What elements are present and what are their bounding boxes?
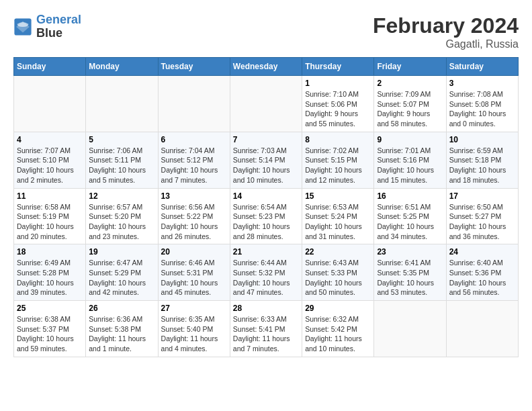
calendar-cell: 27Sunrise: 6:35 AMSunset: 5:40 PMDayligh… [158, 301, 230, 357]
day-number: 10 [449, 135, 515, 144]
day-info: Sunrise: 6:54 AMSunset: 5:23 PMDaylight:… [233, 202, 299, 242]
calendar-week-row: 18Sunrise: 6:49 AMSunset: 5:28 PMDayligh… [14, 244, 519, 301]
logo-icon [13, 17, 32, 36]
day-info: Sunrise: 6:32 AMSunset: 5:42 PMDaylight:… [305, 314, 371, 354]
calendar-cell: 22Sunrise: 6:43 AMSunset: 5:33 PMDayligh… [302, 244, 374, 301]
day-number: 17 [449, 191, 515, 201]
calendar-cell: 6Sunrise: 7:04 AMSunset: 5:12 PMDaylight… [158, 132, 230, 188]
day-info: Sunrise: 6:58 AMSunset: 5:19 PMDaylight:… [17, 202, 83, 242]
day-info: Sunrise: 6:47 AMSunset: 5:29 PMDaylight:… [89, 258, 154, 298]
calendar-cell: 13Sunrise: 6:56 AMSunset: 5:22 PMDayligh… [158, 188, 230, 244]
calendar-cell: 1Sunrise: 7:10 AMSunset: 5:06 PMDaylight… [302, 76, 374, 132]
calendar-cell: 28Sunrise: 6:33 AMSunset: 5:41 PMDayligh… [230, 301, 302, 357]
day-number: 14 [233, 191, 299, 201]
day-number: 21 [233, 247, 299, 257]
day-info: Sunrise: 6:36 AMSunset: 5:38 PMDaylight:… [89, 314, 154, 354]
day-info: Sunrise: 6:51 AMSunset: 5:25 PMDaylight:… [377, 202, 443, 242]
calendar-cell: 16Sunrise: 6:51 AMSunset: 5:25 PMDayligh… [374, 188, 446, 244]
calendar-cell: 29Sunrise: 6:32 AMSunset: 5:42 PMDayligh… [302, 301, 374, 357]
col-header-monday: Monday [86, 58, 158, 76]
calendar-cell [374, 301, 446, 357]
calendar-week-row: 25Sunrise: 6:38 AMSunset: 5:37 PMDayligh… [14, 301, 519, 357]
calendar-cell: 21Sunrise: 6:44 AMSunset: 5:32 PMDayligh… [230, 244, 302, 301]
day-info: Sunrise: 7:08 AMSunset: 5:08 PMDaylight:… [449, 89, 515, 129]
day-info: Sunrise: 6:35 AMSunset: 5:40 PMDaylight:… [161, 314, 227, 354]
day-number: 18 [17, 247, 83, 257]
calendar-cell [446, 301, 518, 357]
day-number: 24 [449, 247, 515, 257]
calendar-cell: 26Sunrise: 6:36 AMSunset: 5:38 PMDayligh… [86, 301, 158, 357]
day-info: Sunrise: 6:43 AMSunset: 5:33 PMDaylight:… [305, 258, 371, 298]
calendar-cell: 18Sunrise: 6:49 AMSunset: 5:28 PMDayligh… [14, 244, 86, 301]
day-number: 22 [305, 247, 371, 257]
day-number: 12 [89, 191, 154, 201]
calendar-cell [230, 76, 302, 132]
day-number: 26 [89, 304, 154, 313]
day-number: 7 [233, 135, 299, 144]
col-header-thursday: Thursday [302, 58, 374, 76]
title-block: February 2024 Gagatli, Russia [373, 13, 519, 50]
day-info: Sunrise: 7:01 AMSunset: 5:16 PMDaylight:… [377, 146, 443, 185]
calendar-cell: 14Sunrise: 6:54 AMSunset: 5:23 PMDayligh… [230, 188, 302, 244]
day-number: 6 [161, 135, 227, 144]
day-info: Sunrise: 7:06 AMSunset: 5:11 PMDaylight:… [89, 146, 154, 185]
calendar-cell [86, 76, 158, 132]
day-info: Sunrise: 7:10 AMSunset: 5:06 PMDaylight:… [305, 89, 371, 129]
day-info: Sunrise: 7:02 AMSunset: 5:15 PMDaylight:… [305, 146, 371, 185]
calendar-cell [158, 76, 230, 132]
day-info: Sunrise: 6:33 AMSunset: 5:41 PMDaylight:… [233, 314, 299, 354]
calendar-table: SundayMondayTuesdayWednesdayThursdayFrid… [13, 57, 519, 357]
day-info: Sunrise: 6:41 AMSunset: 5:35 PMDaylight:… [377, 258, 443, 298]
day-info: Sunrise: 6:53 AMSunset: 5:24 PMDaylight:… [305, 202, 371, 242]
calendar-cell: 10Sunrise: 6:59 AMSunset: 5:18 PMDayligh… [446, 132, 518, 188]
calendar-cell: 24Sunrise: 6:40 AMSunset: 5:36 PMDayligh… [446, 244, 518, 301]
calendar-cell: 5Sunrise: 7:06 AMSunset: 5:11 PMDaylight… [86, 132, 158, 188]
calendar-cell: 17Sunrise: 6:50 AMSunset: 5:27 PMDayligh… [446, 188, 518, 244]
day-number: 20 [161, 247, 227, 257]
logo: General Blue [13, 13, 81, 40]
col-header-wednesday: Wednesday [230, 58, 302, 76]
day-info: Sunrise: 6:40 AMSunset: 5:36 PMDaylight:… [449, 258, 515, 298]
calendar-cell: 12Sunrise: 6:57 AMSunset: 5:20 PMDayligh… [86, 188, 158, 244]
calendar-cell: 3Sunrise: 7:08 AMSunset: 5:08 PMDaylight… [446, 76, 518, 132]
day-info: Sunrise: 7:03 AMSunset: 5:14 PMDaylight:… [233, 146, 299, 185]
calendar-cell: 25Sunrise: 6:38 AMSunset: 5:37 PMDayligh… [14, 301, 86, 357]
col-header-sunday: Sunday [14, 58, 86, 76]
page-header: General Blue February 2024 Gagatli, Russ… [13, 13, 519, 50]
day-number: 28 [233, 304, 299, 313]
calendar-week-row: 1Sunrise: 7:10 AMSunset: 5:06 PMDaylight… [14, 76, 519, 132]
day-number: 2 [377, 79, 443, 88]
day-number: 9 [377, 135, 443, 144]
calendar-cell: 11Sunrise: 6:58 AMSunset: 5:19 PMDayligh… [14, 188, 86, 244]
calendar-week-row: 11Sunrise: 6:58 AMSunset: 5:19 PMDayligh… [14, 188, 519, 244]
day-info: Sunrise: 7:09 AMSunset: 5:07 PMDaylight:… [377, 89, 443, 129]
day-info: Sunrise: 6:49 AMSunset: 5:28 PMDaylight:… [17, 258, 83, 298]
calendar-week-row: 4Sunrise: 7:07 AMSunset: 5:10 PMDaylight… [14, 132, 519, 188]
calendar-header-row: SundayMondayTuesdayWednesdayThursdayFrid… [14, 58, 519, 76]
calendar-cell: 20Sunrise: 6:46 AMSunset: 5:31 PMDayligh… [158, 244, 230, 301]
day-info: Sunrise: 6:56 AMSunset: 5:22 PMDaylight:… [161, 202, 227, 242]
day-number: 8 [305, 135, 371, 144]
day-number: 13 [161, 191, 227, 201]
logo-text: General Blue [36, 13, 81, 40]
calendar-cell: 4Sunrise: 7:07 AMSunset: 5:10 PMDaylight… [14, 132, 86, 188]
logo-line2: Blue [36, 27, 81, 40]
col-header-tuesday: Tuesday [158, 58, 230, 76]
day-number: 27 [161, 304, 227, 313]
day-number: 25 [17, 304, 83, 313]
day-info: Sunrise: 7:04 AMSunset: 5:12 PMDaylight:… [161, 146, 227, 185]
calendar-cell: 9Sunrise: 7:01 AMSunset: 5:16 PMDaylight… [374, 132, 446, 188]
day-number: 19 [89, 247, 154, 257]
main-title: February 2024 [373, 13, 519, 38]
calendar-cell [14, 76, 86, 132]
day-number: 4 [17, 135, 83, 144]
calendar-cell: 19Sunrise: 6:47 AMSunset: 5:29 PMDayligh… [86, 244, 158, 301]
day-info: Sunrise: 6:57 AMSunset: 5:20 PMDaylight:… [89, 202, 154, 242]
day-info: Sunrise: 6:59 AMSunset: 5:18 PMDaylight:… [449, 146, 515, 185]
day-number: 11 [17, 191, 83, 201]
calendar-cell: 23Sunrise: 6:41 AMSunset: 5:35 PMDayligh… [374, 244, 446, 301]
day-number: 29 [305, 304, 371, 313]
subtitle: Gagatli, Russia [373, 38, 519, 50]
day-info: Sunrise: 6:44 AMSunset: 5:32 PMDaylight:… [233, 258, 299, 298]
day-number: 15 [305, 191, 371, 201]
